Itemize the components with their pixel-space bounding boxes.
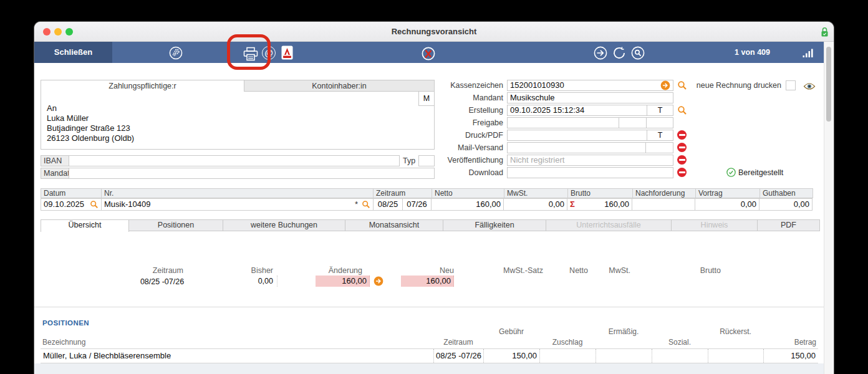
erstellung-t-button[interactable]: T [647, 105, 673, 116]
mail-versand-sub-input[interactable] [645, 142, 673, 153]
jump-arrow-icon[interactable] [660, 80, 670, 90]
tab-weitere-buchungen[interactable]: weitere Buchungen [223, 219, 345, 231]
col-zeitraum: Zeitraum [433, 338, 483, 347]
summary-header: Vortrag [695, 188, 760, 198]
settings-gears-icon[interactable] [169, 46, 183, 60]
pdf-icon[interactable] [281, 46, 293, 60]
pos-zuschlag [539, 349, 596, 363]
print-new-invoice-checkbox[interactable] [786, 80, 796, 90]
tab-faelligkeiten[interactable]: Fälligkeiten [443, 219, 546, 231]
mail-versand-input[interactable] [507, 142, 646, 153]
kassenzeichen-input[interactable]: 152001010930 [507, 80, 673, 91]
address-line: 26123 Oldenburg (Oldb) [47, 133, 134, 143]
address-line: Luka Müller [47, 113, 134, 123]
address-line: An [47, 103, 134, 113]
lock-icon [821, 27, 829, 37]
window-title: Rechnungsvoransicht [34, 22, 834, 42]
bottom-strip [34, 363, 824, 374]
druck-pdf-input[interactable] [507, 130, 647, 141]
scrollbar-thumb[interactable] [826, 47, 831, 122]
druck-pdf-t-button[interactable]: T [647, 130, 673, 141]
summary-header: Zeitraum [373, 188, 432, 198]
arrow-right-circle-icon[interactable] [594, 46, 607, 60]
kassenzeichen-search-icon[interactable] [677, 80, 687, 90]
datum-cell[interactable]: 09.10.2025 [41, 198, 102, 211]
refresh-icon[interactable] [612, 46, 626, 60]
datum-search-icon[interactable] [90, 200, 99, 209]
summary-header: Brutto [567, 188, 633, 198]
download-input[interactable] [507, 167, 673, 178]
zeitraum-to-cell[interactable]: 07/26 [402, 198, 432, 211]
close-button[interactable]: Schließen [34, 42, 112, 63]
mandat-input[interactable] [69, 168, 435, 179]
summary-header: Nr. [101, 188, 374, 198]
apply-change-arrow-icon[interactable] [374, 276, 383, 286]
tab-unterrichtsausfaelle: Unterrichtsausfälle [546, 219, 672, 231]
erstellung-label: Erstellung [410, 105, 503, 116]
download-deny-icon [677, 168, 687, 177]
eye-icon[interactable] [803, 82, 816, 90]
tab-monatsansicht[interactable]: Monatsansicht [345, 219, 443, 231]
freigabe-label: Freigabe [410, 117, 503, 128]
tab-positionen[interactable]: Positionen [128, 219, 223, 231]
summary-header: Guthaben [760, 188, 813, 198]
iban-label: IBAN [41, 155, 69, 166]
tab-pdf[interactable]: PDF [757, 219, 820, 231]
mail-versand-label: Mail-Versand [410, 142, 503, 153]
summary-value-row: 09.10.2025 Musik-10409 * 08/25 07/26 160… [41, 198, 813, 211]
tab-uebersicht[interactable]: Übersicht [41, 219, 129, 232]
pos-gebuehr: 150,00 [483, 349, 539, 363]
col-rueckerst: Rückerst. [708, 327, 763, 336]
uebersicht-neu-value: 160,00 [401, 276, 454, 287]
sigma-icon[interactable]: Σ [570, 199, 575, 210]
iban-input[interactable] [69, 155, 400, 166]
zeitraum-from-cell[interactable]: 08/25 [373, 198, 403, 211]
datum-value: 09.10.2025 [44, 199, 90, 210]
vortrag-cell: 0,00 [695, 198, 760, 211]
freigabe-sub-input[interactable] [619, 117, 647, 128]
kassenzeichen-label: Kassenzeichen [410, 80, 503, 91]
erstellung-search-icon[interactable] [677, 105, 687, 115]
summary-header: Datum [41, 188, 102, 198]
provided-status-label: Bereitgestellt [738, 167, 783, 178]
mandant-input[interactable]: Musikschule [507, 92, 673, 103]
veroeffentlichung-label: Veröffentlichung [410, 155, 503, 166]
col-sozial: Sozial. [652, 338, 708, 347]
mandat-label: Mandat [41, 168, 69, 179]
mail-versand-deny-icon [677, 143, 687, 152]
uebersicht-bisher-value: 0,00 [223, 276, 277, 287]
druck-pdf-label: Druck/PDF [410, 130, 503, 141]
positionen-title: POSITIONEN [42, 319, 89, 327]
freigabe-input[interactable] [507, 117, 619, 128]
download-label: Download [410, 167, 503, 178]
provided-check-icon [726, 168, 736, 177]
positionen-row[interactable]: Müller, Luka / Blechbläserensemble 08/25… [41, 348, 818, 363]
section-divider [34, 307, 824, 307]
nachforderung-cell [632, 198, 695, 211]
veroeffentlichung-input[interactable]: Nicht registriert [507, 155, 673, 166]
pos-betrag: 150,00 [763, 349, 818, 363]
signal-bars-icon[interactable] [803, 49, 814, 58]
nr-cell[interactable]: Musik-10409 * [101, 198, 374, 211]
address-text: An Luka Müller Butjadinger Straße 123 26… [47, 103, 134, 143]
search-circle-icon[interactable] [631, 46, 645, 60]
veroeffentlichung-deny-icon [677, 155, 687, 165]
tab-kontoinhaber[interactable]: Kontoinhaber:in [244, 80, 435, 92]
tab-zahlungspflichtige[interactable]: Zahlungspflichtige:r [41, 80, 244, 92]
druck-pdf-deny-icon [677, 130, 687, 140]
erstellung-input[interactable]: 09.10.2025 15:12:34 [507, 105, 647, 116]
freigabe-sub-input2[interactable] [646, 117, 673, 128]
record-counter: 1 von 409 [708, 42, 770, 63]
uebersicht-header: Bisher [198, 266, 273, 275]
cancel-x-icon[interactable] [421, 46, 436, 62]
tab-hinweis: Hinweis [671, 219, 758, 231]
pos-sozial [652, 349, 708, 363]
m-button[interactable]: M [418, 91, 435, 106]
uebersicht-header: Neu [379, 266, 454, 275]
main-tab-bar: Übersicht Positionen weitere Buchungen M… [41, 219, 823, 232]
summary-header-row: Datum Nr. Zeitraum Netto MwSt. Brutto Na… [41, 188, 813, 198]
nr-search-icon[interactable] [362, 200, 370, 209]
brutto-cell: Σ 160,00 [567, 198, 632, 211]
uebersicht-aenderung-value: 160,00 [316, 276, 370, 287]
col-betrag: Betrag [763, 338, 816, 347]
